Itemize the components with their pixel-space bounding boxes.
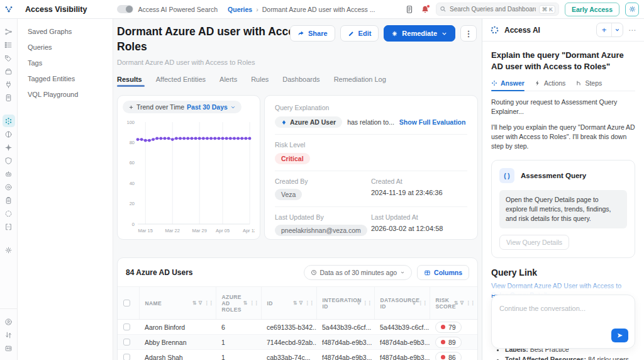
notifications-bell-icon[interactable] xyxy=(420,4,430,14)
breadcrumb-queries-link[interactable]: Queries xyxy=(228,6,252,13)
remediate-button[interactable]: Remediate xyxy=(384,25,455,42)
shield-icon[interactable] xyxy=(3,154,15,167)
global-search[interactable]: ⌘ K xyxy=(436,3,559,16)
sidebar-item-tags[interactable]: Tags xyxy=(28,59,113,67)
lifecycle-target-icon[interactable] xyxy=(3,181,15,193)
sort-icon[interactable]: ⇅ xyxy=(243,301,247,306)
sort-icon[interactable]: ⇅ xyxy=(192,301,197,306)
user-account-icon[interactable] xyxy=(3,315,15,328)
tab-remediation-log[interactable]: Remediation Log xyxy=(334,76,386,87)
ai-tab-answer[interactable]: Answer xyxy=(491,79,525,91)
sidebar-item-queries[interactable]: Queries xyxy=(28,43,113,51)
vql-playground-plug-icon[interactable] xyxy=(3,78,15,91)
column-header-datasource-id[interactable]: DATASOURCE ID∇⋮⋮ xyxy=(374,287,430,320)
column-header-azure-ad-roles[interactable]: AZURE AD ROLES⇅⋮⋮ xyxy=(216,287,261,320)
data-freshness-selector[interactable]: Data as of 30 minutes ago xyxy=(304,265,413,280)
column-header-id[interactable]: ID⇅∇⋮⋮ xyxy=(261,287,316,320)
new-chat-menu-button[interactable] xyxy=(612,23,623,37)
columns-button[interactable]: Columns xyxy=(417,265,469,280)
ai-tab-actions[interactable]: Actions xyxy=(535,79,565,91)
ai-search-toggle[interactable] xyxy=(117,5,133,13)
drag-icon[interactable]: ⋮⋮ xyxy=(363,301,372,306)
integrations-icon[interactable] xyxy=(3,128,15,140)
table-row[interactable]: Aaron Binford 6 ce691335-b342... 5a443b3… xyxy=(118,320,478,335)
tagged-entities-icon[interactable] xyxy=(3,65,15,77)
entity-pill[interactable]: Azure AD User xyxy=(275,116,342,128)
discovery-dashed-circle-icon[interactable] xyxy=(3,207,15,220)
filter-icon[interactable]: ∇ xyxy=(357,301,361,306)
updated-at-value: 2026-03-02 at 12:04:58 xyxy=(371,225,467,232)
tab-results[interactable]: Results xyxy=(117,76,142,87)
ai-panel-more-button[interactable]: ⋯ xyxy=(628,26,636,35)
column-header-integration-id[interactable]: INTEGRATION ID∇⋮⋮ xyxy=(316,287,374,320)
veza-logo-icon[interactable] xyxy=(0,4,18,14)
column-header-risk-score[interactable]: RISK SCORE⇅∇⋮⋮ xyxy=(430,287,477,320)
sidebar-item-tagged-entities[interactable]: Tagged Entities xyxy=(28,75,113,82)
answer-icon xyxy=(491,80,497,86)
tab-affected-entities[interactable]: Affected Entities xyxy=(156,76,206,87)
tab-alerts[interactable]: Alerts xyxy=(219,76,237,87)
assessment-query-card: ( ) Assessment Query Open the Query Deta… xyxy=(491,160,635,258)
select-all-checkbox[interactable] xyxy=(123,300,130,307)
filter-icon[interactable]: ∇ xyxy=(460,301,464,306)
filter-icon[interactable]: ∇ xyxy=(299,301,303,306)
clipboard-icon[interactable] xyxy=(3,194,15,206)
switch-workspace-icon[interactable] xyxy=(3,329,15,341)
settings-gear-rail-icon[interactable] xyxy=(3,244,15,256)
drag-icon[interactable]: ⋮⋮ xyxy=(305,301,314,306)
toggle-knob xyxy=(126,6,133,13)
chevron-down-icon xyxy=(400,270,405,275)
new-chat-button[interactable]: + xyxy=(597,23,612,37)
send-button[interactable] xyxy=(611,329,628,342)
access-visibility-icon[interactable] xyxy=(3,115,15,127)
drag-icon[interactable]: ⋮⋮ xyxy=(466,301,475,306)
column-header-name[interactable]: NAME⇅∇⋮⋮ xyxy=(139,287,216,320)
api-brackets-icon[interactable] xyxy=(3,220,15,233)
row-checkbox[interactable] xyxy=(123,339,130,346)
updated-at-label: Last Updated At xyxy=(371,213,467,221)
show-full-evaluation-link[interactable]: Show Full Evaluation xyxy=(399,118,466,126)
lightning-icon xyxy=(535,80,541,86)
trend-range-selector[interactable]: Trend over Time Past 30 Days xyxy=(123,101,242,113)
row-checkbox[interactable] xyxy=(123,354,130,360)
filter-icon[interactable]: ∇ xyxy=(413,301,416,306)
share-button[interactable]: Share xyxy=(290,25,335,42)
robot-icon[interactable] xyxy=(3,167,15,180)
sidebar-item-saved-graphs[interactable]: Saved Graphs xyxy=(28,28,113,35)
table-toolbar-right: Data as of 30 minutes ago Columns xyxy=(304,265,470,280)
table-row[interactable]: Abby Brennan 1 7144ecbd-92ab... f487d4ab… xyxy=(118,335,478,350)
ai-tab-steps[interactable]: Steps xyxy=(575,79,602,91)
early-access-button[interactable]: Early Access xyxy=(565,3,619,16)
search-input[interactable] xyxy=(450,6,536,13)
cell-integration-id: f487d4ab-e9b3... xyxy=(316,350,374,360)
more-actions-button[interactable]: ⋮ xyxy=(460,25,477,42)
sort-icon[interactable]: ⇅ xyxy=(454,301,458,306)
queries-list-icon[interactable] xyxy=(3,38,15,51)
saved-graphs-icon[interactable] xyxy=(3,25,15,38)
table-header-row: NAME⇅∇⋮⋮ AZURE AD ROLES⇅⋮⋮ ID⇅∇⋮⋮ INTEGR… xyxy=(118,287,478,320)
docs-icon[interactable] xyxy=(404,4,414,14)
query-explanation-row: Azure AD User has relation to... Show Fu… xyxy=(275,116,467,128)
filter-icon[interactable]: ∇ xyxy=(199,301,203,306)
sidebar: Saved Graphs Queries Tags Tagged Entitie… xyxy=(18,19,113,360)
risk-score-badge: 89 xyxy=(435,337,462,348)
tab-dashboards[interactable]: Dashboards xyxy=(282,76,319,87)
view-query-details-button[interactable]: View Query Details xyxy=(499,235,569,250)
notebook-icon[interactable] xyxy=(3,91,15,104)
ai-message-input[interactable] xyxy=(499,305,627,312)
svg-text:60: 60 xyxy=(130,160,135,166)
tags-icon[interactable] xyxy=(3,52,15,64)
drag-icon[interactable]: ⋮⋮ xyxy=(204,301,213,306)
ai-sparkle-icon[interactable] xyxy=(3,141,15,154)
edit-button[interactable]: Edit xyxy=(340,25,379,42)
id-badge-icon[interactable] xyxy=(3,342,15,354)
table-row[interactable]: Adarsh Shah 1 cab33ab-74c... f487d4ab-e9… xyxy=(118,350,478,360)
sort-icon[interactable]: ⇅ xyxy=(293,301,297,306)
column-header-created[interactable]: CREATED xyxy=(477,287,478,320)
drag-icon[interactable]: ⋮⋮ xyxy=(418,301,427,306)
row-checkbox[interactable] xyxy=(123,323,130,330)
tab-rules[interactable]: Rules xyxy=(251,76,269,87)
drag-icon[interactable]: ⋮⋮ xyxy=(250,301,258,306)
settings-gear-button[interactable] xyxy=(625,3,639,16)
sidebar-item-vql-playground[interactable]: VQL Playground xyxy=(28,91,113,98)
